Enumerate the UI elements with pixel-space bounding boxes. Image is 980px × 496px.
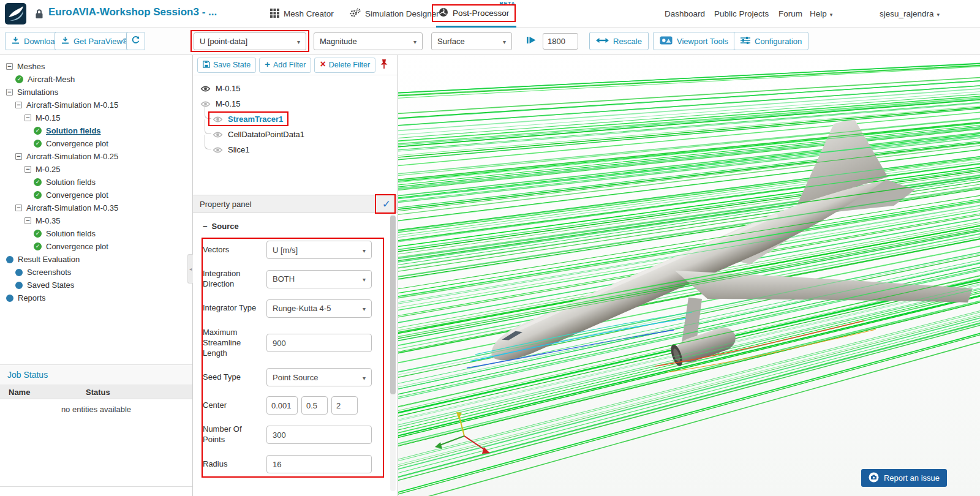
pipeline-item-m-0-15[interactable]: M-0.15 (193, 81, 398, 96)
filter-toolbar: Save State Add Filter Delete Filter (193, 55, 398, 75)
sidebar-item-m-0-15[interactable]: −M-0.15 (0, 111, 189, 124)
pipeline-item-slice1[interactable]: Slice1 (193, 142, 398, 157)
refresh-button[interactable] (126, 32, 145, 50)
caret-icon (292, 37, 300, 46)
sidebar-collapse-handle[interactable]: ◂ (187, 254, 193, 284)
property-label: Integrator Type (203, 303, 266, 314)
sidebar-item-convergence-plot[interactable]: ✓Convergence plot (0, 240, 189, 253)
center-input-2[interactable] (331, 396, 358, 415)
nav-mesh-creator[interactable]: Mesh Creator (268, 0, 336, 28)
apply-check-button[interactable]: ✓ (382, 199, 391, 209)
user-menu[interactable]: sjesu_rajendra (880, 0, 940, 28)
center-input-0[interactable] (266, 396, 298, 415)
viewport-tools-button[interactable]: Viewport Tools (653, 32, 735, 50)
eye-visibility-icon[interactable] (213, 131, 223, 138)
property-row-number-of-points: Number Of Points (203, 424, 388, 445)
viewport-3d-scene[interactable] (398, 55, 980, 496)
source-fields: VectorsU [m/s]Integration DirectionBOTHI… (203, 241, 388, 473)
check-icon: ✓ (34, 140, 42, 148)
link-public-projects[interactable]: Public Projects (714, 0, 769, 28)
integrator-type-select[interactable]: Runge-Kutta 4-5 (266, 299, 372, 318)
nav-label: Post-Processor (453, 9, 509, 18)
sidebar-item-aircraft-simulation-m-0-15[interactable]: −Aircraft-Simulation M-0.15 (0, 99, 189, 111)
sidebar-item-result-evaluation[interactable]: Result Evaluation (0, 253, 189, 266)
maximum-streamline-length-input[interactable] (266, 334, 372, 352)
sidebar-item-screenshots[interactable]: Screenshots (0, 266, 189, 279)
caret-icon (358, 274, 366, 284)
property-row-integration-direction: Integration DirectionBOTH (203, 269, 388, 290)
component-dropdown[interactable]: Magnitude (314, 32, 423, 50)
check-icon: ✓ (34, 127, 42, 135)
eye-visibility-icon[interactable] (213, 116, 223, 123)
scrollbar-thumb[interactable] (390, 216, 396, 394)
app-logo-icon[interactable] (5, 3, 26, 24)
sliders-icon (741, 36, 750, 47)
pipeline-item-celldatatopointdata1[interactable]: CellDatatoPointData1 (193, 127, 398, 142)
sidebar-item-label: Aircraft-Simulation M-0.15 (26, 100, 118, 110)
add-filter-button[interactable]: Add Filter (259, 58, 311, 73)
eye-visibility-icon[interactable] (200, 85, 211, 92)
representation-dropdown[interactable]: Surface (431, 32, 512, 50)
collapse-icon: − (24, 217, 31, 224)
configuration-button[interactable]: Configuration (734, 32, 809, 50)
frame-number-input[interactable] (543, 33, 578, 50)
render-viewport[interactable]: Report an issue (398, 55, 980, 496)
sidebar-item-saved-states[interactable]: Saved States (0, 279, 189, 291)
sidebar-item-solution-fields[interactable]: ✓Solution fields (0, 227, 189, 240)
sidebar-item-aircraft-mesh[interactable]: ✓Aircraft-Mesh (0, 73, 189, 86)
sidebar-item-m-0-25[interactable]: −M-0.25 (0, 163, 189, 176)
sidebar-item-aircraft-simulation-m-0-25[interactable]: −Aircraft-Simulation M-0.25 (0, 150, 189, 163)
save-state-button[interactable]: Save State (197, 58, 256, 73)
caret-icon (358, 304, 366, 313)
eye-visibility-icon[interactable] (213, 146, 223, 154)
job-status-panel: Job Status Name Status no entities avail… (0, 364, 192, 487)
collapse-icon: − (15, 153, 22, 160)
vectors-select[interactable]: U [m/s] (266, 241, 372, 259)
sidebar-item-meshes[interactable]: −Meshes (0, 60, 189, 73)
field-dropdown-value: U [point-data] (200, 37, 247, 46)
nav-simulation-designer[interactable]: Simulation Designer (347, 0, 442, 28)
sidebar-item-convergence-plot[interactable]: ✓Convergence plot (0, 189, 189, 201)
scrollbar-track (390, 214, 396, 491)
seed-type-select[interactable]: Point Source (266, 368, 372, 386)
play-button[interactable] (522, 32, 541, 50)
caret-icon (358, 246, 366, 255)
fan-icon (439, 7, 448, 19)
rescale-arrows-icon (596, 37, 609, 46)
report-issue-button[interactable]: Report an issue (861, 469, 947, 487)
help-label: Help (810, 9, 827, 18)
center-input-1[interactable] (301, 396, 328, 415)
sidebar-item-m-0-35[interactable]: −M-0.35 (0, 214, 189, 227)
rescale-button[interactable]: Rescale (589, 32, 649, 50)
pipeline-item-streamtracer1[interactable]: StreamTracer1 (193, 111, 398, 127)
number-of-points-input[interactable] (266, 426, 372, 444)
nav-label: Simulation Designer (365, 9, 439, 18)
nav-post-processor[interactable]: BETA Post-Processor (436, 0, 516, 28)
radius-input[interactable] (266, 455, 372, 473)
get-paraview-button[interactable]: Get ParaView® (55, 32, 135, 50)
collapse-icon: − (24, 115, 31, 121)
sidebar-item-convergence-plot[interactable]: ✓Convergence plot (0, 137, 189, 150)
sidebar-item-label: Aircraft-Simulation M-0.35 (26, 203, 118, 212)
link-forum[interactable]: Forum (778, 0, 802, 28)
integration-direction-select[interactable]: BOTH (266, 270, 372, 288)
source-section-header[interactable]: Source (203, 222, 388, 231)
pipeline-item-label: Slice1 (228, 145, 249, 154)
link-dashboard[interactable]: Dashboard (665, 0, 705, 28)
x-icon (320, 61, 325, 69)
sidebar-item-solution-fields[interactable]: ✓Solution fields (0, 124, 189, 137)
sidebar-item-simulations[interactable]: −Simulations (0, 86, 189, 99)
sidebar-item-aircraft-simulation-m-0-35[interactable]: −Aircraft-Simulation M-0.35 (0, 201, 189, 214)
delete-filter-button[interactable]: Delete Filter (314, 58, 375, 73)
pin-panel-button[interactable] (380, 58, 388, 73)
field-dropdown[interactable]: U [point-data] (194, 32, 306, 50)
pipeline-item-m-0-15[interactable]: M-0.15 (193, 96, 398, 111)
menu-help[interactable]: Help (810, 0, 832, 28)
download-icon (61, 36, 69, 46)
collapse-icon: − (6, 63, 13, 70)
sidebar-item-reports[interactable]: Reports (0, 291, 189, 304)
property-label: Seed Type (203, 372, 266, 383)
app-root: { "accent_color": "#1286b3", "annotation… (0, 0, 980, 496)
save-state-label: Save State (213, 61, 251, 69)
sidebar-item-solution-fields[interactable]: ✓Solution fields (0, 176, 189, 189)
